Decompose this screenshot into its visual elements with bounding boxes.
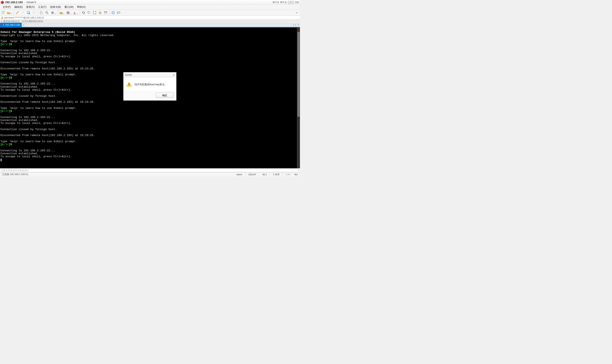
tab-label: 192.168.2.193 [5,24,20,26]
term-line: Xshell for Xmanager Enterprise 5 (Build … [0,31,75,34]
menu-tabs[interactable]: 选项卡(B) [48,4,63,10]
status-dimensions: 202x47 [248,173,257,176]
svg-point-14 [88,12,89,12]
app-icon [1,1,4,4]
highlight-icon[interactable]: A [72,10,77,15]
toolbar-sep-5 [109,11,110,15]
open-folder-icon[interactable] [6,10,11,15]
calendar-icon[interactable] [103,10,108,15]
svg-rect-10 [52,12,53,12]
status-bar: 已连接 192.168.2.193:22。 xterm 202x47 43,1 … [0,172,300,176]
svg-rect-7 [41,12,42,14]
status-connection: 已连接 192.168.2.193:22。 [1,173,31,176]
scrollbar-thumb[interactable] [297,32,300,117]
dialog-actions: 确定 [124,91,176,100]
svg-rect-15 [99,13,101,14]
terminal-scrollbar[interactable] [297,27,300,168]
svg-rect-11 [52,13,53,14]
term-line: To escape to local shell, press Ctrl+Alt… [0,155,72,158]
status-sep [259,173,259,176]
menu-view[interactable]: 查看(V) [25,4,36,10]
address-bar[interactable]: 🔒 ssh://root:**********@192.168.2.193:22 [0,16,300,20]
search-icon[interactable] [45,10,49,15]
term-line: Connecting to 192.168.2.193:22... [0,49,55,52]
title-icons: ▯ ▯ [288,1,293,4]
dialog-title: Xshell [125,73,132,77]
title-host: 192.168.2.193 [5,1,23,4]
properties-icon[interactable] [26,10,31,15]
svg-text:?: ? [113,12,114,14]
feedback-icon[interactable] [116,10,121,15]
term-prompt: [c:\~]$ [0,43,12,46]
svg-point-1 [16,13,17,14]
connect-icon[interactable] [15,10,20,15]
title-dash: - [24,1,25,4]
term-line: Connection closed by foreign host. [0,128,57,131]
menu-tools[interactable]: 工具(T) [36,4,48,10]
menu-window[interactable]: 窗口(W) [63,4,75,10]
menu-edit[interactable]: 编辑(E) [13,4,25,10]
fullscreen-icon[interactable] [92,10,97,15]
dialog-message: 找不到匹配的host key算法。 [135,83,167,86]
term-line: Connection established. [0,85,39,89]
ftp-icon[interactable] [59,10,64,15]
toolbar-overflow-icon[interactable]: ▾ [294,10,299,15]
dialog-titlebar[interactable]: Xshell ✕ [124,72,176,78]
term-line: Connection closed by foreign host. [0,61,57,64]
tag-icon[interactable] [87,10,91,15]
new-session-icon[interactable] [1,10,6,15]
term-line: Disconnected from remote host(192.168.2.… [0,134,95,137]
session-tab[interactable]: 1 192.168.2.193 [0,23,22,27]
term-line: Connection established. [0,152,39,155]
session-add-icon[interactable]: ➤ [1,20,2,23]
dialog-body: 找不到匹配的host key算法。 [124,78,176,91]
status-sep [245,173,246,176]
toolbar: A ? ▾ [0,10,300,16]
help-icon[interactable]: ? [111,10,115,15]
title-right-3: 连接 [295,1,299,4]
ok-button[interactable]: 确定 [156,93,174,98]
copy-icon[interactable] [39,10,44,15]
tab-prev-icon[interactable]: ◂ [293,24,294,26]
tab-index: 1 [3,24,4,26]
send-input-bar[interactable]: 仅将文本发送到当前选项卡 ▾ [0,168,300,172]
print-icon[interactable] [50,10,55,15]
ico-b[interactable]: ▯ [291,1,293,4]
toolbar-sep-2 [38,11,38,15]
cursor [0,158,2,161]
close-icon[interactable]: ✕ [172,73,175,77]
svg-point-4 [28,13,30,14]
term-line: Connection established. [0,52,39,55]
menu-file[interactable]: 文件(F) [1,4,13,10]
status-caps: CAP [285,173,292,176]
status-sep [282,173,283,176]
disabled-icon-1 [32,10,36,15]
svg-text:A: A [73,12,75,14]
hint-text: 要添加当前会话，点击左侧的箭头按钮。 [3,20,45,23]
term-line: Type `help' to learn how to use Xshell p… [0,106,77,110]
tab-bar: 1 192.168.2.193 ▾ ◂ ▸ ✕ [0,23,300,27]
term-prompt: [c:\~]$ [0,76,12,79]
title-right-2: 断开连 [280,1,287,4]
term-line: Disconnected from remote host(192.168.2.… [0,100,95,104]
term-line: Connecting to 192.168.2.193:22... [0,82,55,85]
status-position: 43,1 [262,173,268,176]
ico-a[interactable]: ▯ [288,1,291,4]
globe-icon[interactable] [66,10,70,15]
svg-rect-5 [33,12,35,13]
tab-close-icon[interactable]: ✕ [298,24,299,26]
send-dropdown-icon[interactable]: ▾ [298,169,299,171]
status-num: NU [293,173,299,176]
tab-add-button[interactable]: ▾ [22,24,25,26]
term-prompt: [c:\~]$ [0,109,12,113]
lock-icon[interactable] [98,10,102,15]
tab-next-icon[interactable]: ▸ [295,24,296,26]
status-sessions: 1 会话 [272,173,280,176]
term-line: Connection closed by foreign host. [0,94,57,98]
title-right-labels: 断开连 断开连 ▯ ▯ 连接 [273,0,299,5]
status-term-type: xterm [236,173,243,176]
refresh-icon[interactable] [81,10,86,15]
address-text: ssh://root:**********@192.168.2.193:22 [4,16,44,19]
menu-help[interactable]: 帮助(H) [75,4,87,10]
svg-rect-0 [2,12,4,13]
